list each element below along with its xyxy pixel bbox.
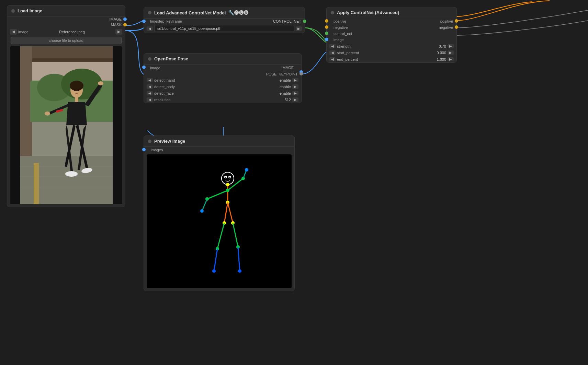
resolution-row: ◀ resolution 512 ▶ — [144, 96, 301, 103]
detect-hand-row: ◀ detect_hand enable ▶ — [144, 77, 301, 83]
detect-body-left[interactable]: ◀ — [147, 84, 153, 89]
detect-body-row: ◀ detect_body enable ▶ — [144, 83, 301, 90]
preview-image-title: Preview Image — [154, 139, 185, 144]
end-percent-label: end_percent — [337, 57, 435, 61]
prev-image-button[interactable]: ◀ — [10, 29, 17, 35]
mask-port-row: MASK — [7, 22, 125, 27]
svg-point-14 — [70, 81, 83, 91]
control-net-in-row: control_net — [327, 31, 456, 37]
negative-output-port[interactable] — [455, 25, 458, 29]
upload-button[interactable]: choose file to upload — [11, 37, 122, 44]
detect-hand-right[interactable]: ▶ — [292, 78, 298, 82]
positive-output-port[interactable] — [455, 19, 458, 23]
controlnet-model-title: Load Advanced ControlNet Model — [154, 10, 226, 15]
next-image-button[interactable]: ▶ — [115, 29, 122, 35]
control-net-name-field[interactable]: sd1/control_v11p_sd15_openpose.pth — [154, 25, 294, 32]
load-image-header: Load Image — [7, 5, 125, 16]
image-output-port[interactable] — [123, 17, 127, 21]
load-image-title: Load Image — [18, 8, 42, 13]
detect-face-left[interactable]: ◀ — [147, 91, 153, 95]
openpose-ports-row: image IMAGE — [144, 64, 301, 71]
start-percent-right[interactable]: ▶ — [448, 50, 454, 55]
openpose-image-input[interactable] — [142, 66, 146, 69]
openpose-image-out-label: IMAGE — [282, 66, 294, 70]
svg-point-48 — [212, 269, 216, 273]
field-arrow-right[interactable]: ▶ — [296, 26, 302, 31]
timestep-input-port[interactable] — [142, 20, 146, 23]
svg-rect-3 — [20, 58, 113, 62]
images-port-row: images — [144, 147, 294, 153]
resolution-right[interactable]: ▶ — [292, 97, 298, 102]
detect-hand-value: enable — [280, 78, 291, 82]
detect-body-right[interactable]: ▶ — [292, 84, 298, 89]
strength-value: 0.70 — [439, 44, 446, 48]
controlnet-model-header: Load Advanced ControlNet Model 🔧🅐🅒🅝 — [144, 7, 305, 19]
end-percent-row: ◀ end_percent 1.000 ▶ — [327, 56, 456, 62]
positive-input-port[interactable] — [325, 19, 328, 23]
timestep-label: timestep_keyframe — [150, 19, 182, 23]
controlnet-model-node: Load Advanced ControlNet Model 🔧🅐🅒🅝 time… — [144, 7, 305, 33]
image-input-port[interactable] — [325, 38, 328, 41]
positive-in-label: positive — [333, 19, 346, 23]
mask-output-port[interactable] — [123, 23, 127, 26]
positive-row: positive positive — [327, 18, 456, 24]
preview-image-node: Preview Image images — [144, 136, 295, 291]
strength-row: ◀ strength 0.70 ▶ — [327, 43, 456, 49]
openpose-pose-label: POSE_KEYPOINT — [266, 72, 298, 76]
svg-point-36 — [200, 209, 204, 213]
openpose-pose-output[interactable] — [299, 72, 303, 75]
detect-face-right[interactable]: ▶ — [292, 91, 298, 95]
end-percent-left[interactable]: ◀ — [329, 57, 336, 61]
images-input-port[interactable] — [142, 148, 146, 151]
strength-right[interactable]: ▶ — [448, 44, 454, 48]
detect-hand-left[interactable]: ◀ — [147, 78, 153, 82]
detect-face-label: detect_face — [154, 91, 278, 95]
end-percent-right[interactable]: ▶ — [448, 57, 454, 61]
svg-point-18 — [98, 81, 103, 85]
negative-out-label: negative — [439, 25, 453, 30]
pose-skeleton-svg — [183, 154, 255, 288]
images-label: images — [151, 148, 163, 152]
control-net-output-port[interactable] — [303, 20, 306, 23]
control-net-input-port[interactable] — [325, 32, 328, 35]
svg-point-52 — [238, 269, 241, 273]
openpose-pose-row: POSE_KEYPOINT — [144, 71, 301, 77]
control-net-in-label: control_net — [333, 32, 352, 36]
svg-point-15 — [74, 90, 76, 91]
image-in-label: image — [333, 38, 344, 42]
negative-input-port[interactable] — [325, 25, 328, 29]
svg-point-27 — [225, 177, 226, 178]
control-net-out-label: CONTROL_NET — [273, 19, 301, 23]
start-percent-row: ◀ start_percent 0.000 ▶ — [327, 49, 456, 56]
image-in-row: image — [327, 37, 456, 43]
load-image-node: Load Image IMAGE MASK ◀ image Reference.… — [7, 5, 125, 207]
openpose-header: OpenPose Pose — [144, 54, 301, 64]
image-nav-row: ◀ image Reference.jpeg ▶ — [7, 27, 125, 36]
positive-out-label: positive — [440, 19, 453, 23]
negative-in-label: negative — [333, 25, 348, 30]
image-nav-label: image — [18, 30, 29, 34]
field-arrow-left[interactable]: ◀ — [147, 26, 153, 31]
detect-face-row: ◀ detect_face enable ▶ — [144, 90, 301, 96]
node-status-dot — [11, 9, 15, 13]
start-percent-left[interactable]: ◀ — [329, 50, 336, 55]
pose-preview — [147, 154, 292, 288]
svg-rect-2 — [20, 46, 113, 60]
svg-point-30 — [226, 183, 229, 186]
detect-hand-label: detect_hand — [154, 78, 278, 82]
svg-point-40 — [245, 168, 248, 172]
apply-controlnet-title: Apply ControlNet (Advanced) — [337, 10, 399, 15]
node-status-dot — [331, 11, 334, 14]
person-photo-svg — [20, 46, 113, 204]
node-status-dot — [148, 140, 151, 143]
image-port-label: IMAGE — [110, 17, 122, 21]
node-status-dot — [148, 57, 151, 61]
negative-row: negative negative — [327, 24, 456, 31]
resolution-left[interactable]: ◀ — [147, 97, 153, 102]
start-percent-label: start_percent — [337, 51, 435, 55]
apply-controlnet-node: Apply ControlNet (Advanced) positive pos… — [326, 7, 457, 63]
svg-rect-12 — [34, 163, 39, 204]
strength-left[interactable]: ◀ — [329, 44, 336, 48]
image-port-row: IMAGE — [7, 16, 125, 22]
timestep-port-row: timestep_keyframe CONTROL_NET — [144, 19, 305, 24]
